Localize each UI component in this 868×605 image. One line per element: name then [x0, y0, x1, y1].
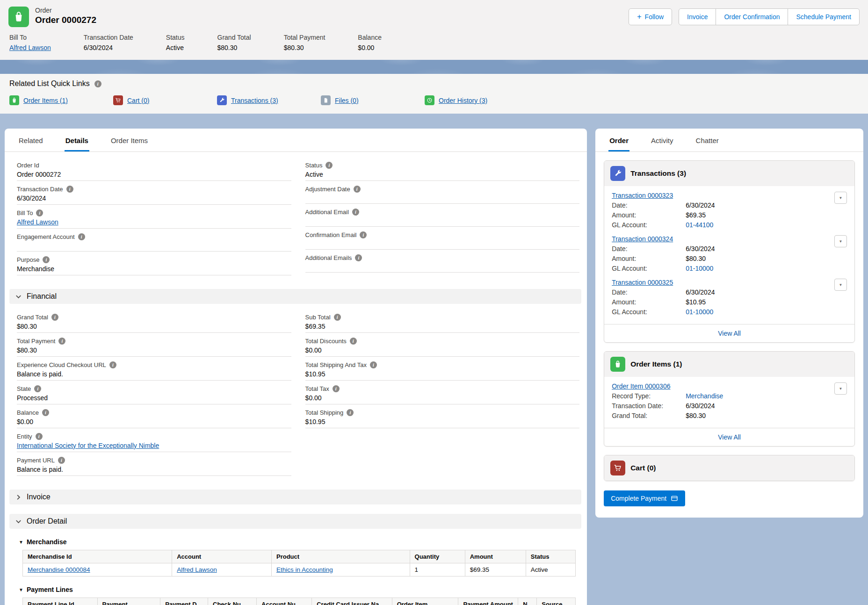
- column-header: Order Item: [392, 598, 458, 605]
- record-field-label: Date:: [612, 245, 686, 252]
- info-icon[interactable]: i: [333, 385, 340, 392]
- financial-section: Grand Totali $80.30 Total Paymenti $80.3…: [5, 304, 587, 480]
- info-icon[interactable]: i: [326, 162, 333, 169]
- chevron-right-icon: [15, 494, 22, 501]
- follow-button[interactable]: + Follow: [629, 8, 672, 25]
- record-field-label: Amount:: [612, 255, 686, 262]
- highlight-label: Balance: [358, 34, 382, 41]
- info-icon[interactable]: i: [109, 361, 116, 368]
- triangle-down-icon: ▼: [19, 587, 23, 592]
- info-icon[interactable]: i: [34, 385, 41, 392]
- order-detail-section-header[interactable]: Order Detail: [9, 514, 581, 529]
- complete-payment-label: Complete Payment: [611, 495, 666, 502]
- tab-order[interactable]: Order: [608, 129, 629, 151]
- field-value: $10.95: [305, 417, 580, 428]
- highlights-panel: Bill To Alfred Lawson Transaction Date 6…: [8, 27, 860, 53]
- gl-account-link[interactable]: 01-10000: [686, 265, 713, 272]
- order-item-link[interactable]: Order Item 0000306: [612, 382, 670, 390]
- info-icon[interactable]: i: [350, 338, 357, 345]
- merchandise-group: ▼ Merchandise Merchandise Id Account Pro…: [19, 538, 579, 576]
- info-icon[interactable]: i: [51, 314, 58, 321]
- quick-link[interactable]: Order Items (1): [23, 97, 68, 104]
- info-icon[interactable]: i: [360, 231, 367, 238]
- info-icon[interactable]: i: [36, 433, 43, 440]
- invoice-section-header[interactable]: Invoice: [9, 490, 581, 504]
- column-header: Status: [526, 550, 575, 563]
- info-icon[interactable]: i: [334, 314, 341, 321]
- record-field-value: 6/30/2024: [686, 402, 715, 410]
- order-items-card-header[interactable]: Order Items (1): [604, 352, 854, 377]
- info-icon[interactable]: i: [370, 361, 377, 368]
- info-icon[interactable]: i: [355, 254, 362, 261]
- transactions-card-header[interactable]: Transactions (3): [604, 161, 854, 186]
- group-title-label: Payment Lines: [27, 586, 73, 593]
- invoice-button[interactable]: Invoice: [679, 8, 716, 25]
- record-menu-button[interactable]: ▼: [834, 235, 847, 247]
- transaction-link[interactable]: Transaction 0000324: [612, 235, 673, 243]
- account-link[interactable]: Alfred Lawson: [177, 566, 217, 573]
- highlight-label: Total Payment: [284, 34, 326, 41]
- entity-link[interactable]: International Society for the Exceptiona…: [17, 442, 159, 449]
- record-menu-button[interactable]: ▼: [834, 279, 847, 291]
- table-row: Merchandise 0000084 Alfred Lawson Ethics…: [23, 563, 576, 576]
- complete-payment-button[interactable]: Complete Payment: [604, 490, 685, 506]
- view-all-link[interactable]: View All: [718, 330, 741, 337]
- info-icon[interactable]: i: [42, 409, 49, 416]
- bill-to-field-link[interactable]: Alfred Lawson: [17, 218, 58, 226]
- info-icon[interactable]: i: [354, 186, 361, 193]
- merchandise-group-header[interactable]: ▼ Merchandise: [19, 538, 579, 546]
- card-title: Order Items (1): [630, 360, 682, 368]
- quick-link[interactable]: Cart (0): [127, 97, 149, 104]
- product-link[interactable]: Ethics in Accounting: [276, 566, 333, 573]
- gl-account-link[interactable]: 01-44100: [686, 221, 713, 229]
- bill-to-link[interactable]: Alfred Lawson: [9, 44, 51, 51]
- field-label: Entity: [17, 433, 32, 440]
- order-confirmation-button[interactable]: Order Confirmation: [716, 8, 788, 25]
- transaction-link[interactable]: Transaction 0000323: [612, 192, 673, 199]
- info-icon[interactable]: i: [352, 209, 359, 216]
- tab-details[interactable]: Details: [65, 129, 89, 151]
- field-status: Statusi Active: [305, 161, 580, 181]
- column-header: Credit Card Issuer Name: [312, 598, 392, 605]
- triangle-down-icon: ▼: [839, 387, 843, 391]
- field-experience-cloud-checkout-url: Experience Cloud Checkout URLi Balance i…: [17, 361, 291, 381]
- info-icon[interactable]: i: [36, 209, 43, 216]
- field-value: $0.00: [305, 393, 580, 404]
- info-icon[interactable]: i: [347, 409, 354, 416]
- record-menu-button[interactable]: ▼: [834, 382, 847, 395]
- tab-chatter[interactable]: Chatter: [695, 129, 720, 151]
- quick-link[interactable]: Files (0): [335, 97, 359, 104]
- record-field-value: 6/30/2024: [686, 288, 715, 296]
- record-field-value: $69.35: [686, 211, 706, 219]
- record-field-label: Amount:: [612, 211, 686, 219]
- info-icon[interactable]: i: [78, 233, 85, 240]
- payment-lines-group-header[interactable]: ▼ Payment Lines: [19, 586, 579, 593]
- field-label: Additional Email: [305, 209, 349, 216]
- quick-link[interactable]: Order History (3): [439, 97, 487, 104]
- info-icon[interactable]: i: [58, 338, 65, 345]
- quick-link[interactable]: Transactions (3): [231, 97, 278, 104]
- record-menu-button[interactable]: ▼: [834, 192, 847, 204]
- schedule-payment-button[interactable]: Schedule Payment: [788, 8, 860, 25]
- cart-icon: [113, 95, 123, 105]
- merchandise-id-link[interactable]: Merchandise 0000084: [28, 566, 90, 573]
- tab-order-items[interactable]: Order Items: [110, 129, 149, 151]
- field-value: [305, 262, 580, 273]
- transaction-record: Transaction 0000323 ▼ Date:6/30/2024 Amo…: [612, 191, 847, 234]
- cart-card-header[interactable]: Cart (0): [604, 455, 854, 481]
- card-title: Transactions (3): [630, 169, 686, 178]
- tab-activity[interactable]: Activity: [650, 129, 674, 151]
- gl-account-link[interactable]: 01-10000: [686, 308, 713, 316]
- info-icon[interactable]: i: [66, 186, 73, 193]
- tab-related[interactable]: Related: [18, 129, 44, 151]
- view-all-link[interactable]: View All: [718, 433, 741, 441]
- field-value: 6/30/2024: [17, 193, 291, 205]
- field-value: $0.00: [305, 345, 580, 357]
- transaction-link[interactable]: Transaction 0000325: [612, 279, 673, 286]
- info-icon[interactable]: i: [43, 256, 50, 263]
- financial-section-header[interactable]: Financial: [9, 289, 581, 304]
- info-icon[interactable]: i: [94, 80, 101, 87]
- record-type-link[interactable]: Merchandise: [686, 392, 723, 400]
- info-icon[interactable]: i: [58, 457, 65, 464]
- payment-card-icon: [671, 495, 678, 502]
